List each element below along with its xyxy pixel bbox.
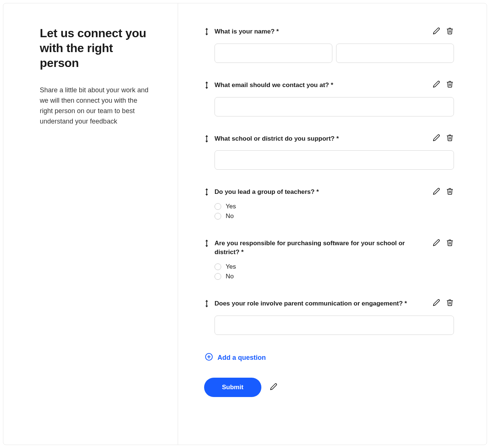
drag-handle[interactable]	[204, 134, 215, 144]
question-block: What email should we contact you at? *	[204, 81, 454, 116]
edit-question-button[interactable]	[432, 299, 441, 307]
delete-question-button[interactable]	[446, 81, 454, 89]
text-input[interactable]	[215, 150, 454, 170]
radio-option[interactable]: Yes	[215, 262, 454, 272]
submit-row: Submit	[204, 378, 454, 397]
question-block: Does your role involve parent communicat…	[204, 299, 454, 335]
question-label: Does your role involve parent communicat…	[215, 299, 427, 308]
add-question-label: Add a question	[217, 354, 266, 362]
text-input-row	[215, 97, 454, 116]
edit-submit-button[interactable]	[270, 383, 278, 391]
radio-label: Yes	[226, 203, 236, 210]
delete-question-button[interactable]	[446, 27, 454, 35]
radio-icon	[215, 213, 221, 220]
question-actions	[432, 134, 454, 143]
drag-vertical-icon	[204, 28, 209, 37]
question-header: What is your name? *	[215, 27, 454, 36]
question-label: What is your name? *	[215, 27, 427, 36]
question-block: Do you lead a group of teachers? *YesNo	[204, 188, 454, 221]
question-actions	[432, 299, 454, 307]
drag-vertical-icon	[204, 81, 209, 90]
pencil-icon	[433, 134, 440, 143]
trash-icon	[446, 299, 454, 307]
question-label: Do you lead a group of teachers? *	[215, 188, 427, 196]
pencil-icon	[433, 27, 440, 36]
radio-label: No	[226, 273, 234, 280]
question-block: What is your name? *	[204, 27, 454, 63]
plus-circle-icon	[205, 353, 213, 363]
radio-icon	[215, 273, 221, 280]
radio-icon	[215, 263, 221, 270]
last-name-input[interactable]	[336, 44, 454, 63]
edit-question-button[interactable]	[432, 81, 441, 89]
pencil-icon	[433, 80, 440, 89]
trash-icon	[446, 27, 454, 36]
pencil-icon	[433, 239, 440, 247]
first-name-input[interactable]	[215, 44, 332, 63]
question-header: Do you lead a group of teachers? *	[215, 188, 454, 196]
question-block: What school or district do you support? …	[204, 134, 454, 170]
submit-button[interactable]: Submit	[204, 378, 261, 397]
question-block: Are you responsible for purchasing softw…	[204, 239, 454, 281]
questions-panel: What is your name? *What email should we…	[178, 3, 487, 445]
radio-group: YesNo	[215, 202, 454, 221]
question-header: Does your role involve parent communicat…	[215, 299, 454, 308]
question-body: Are you responsible for purchasing softw…	[215, 239, 454, 281]
question-actions	[432, 188, 454, 196]
question-label: What school or district do you support? …	[215, 134, 427, 143]
text-input-row	[215, 150, 454, 170]
pencil-icon	[433, 188, 440, 196]
page-description: Share a little bit about your work and w…	[40, 85, 151, 127]
add-question-button[interactable]: Add a question	[205, 353, 266, 363]
question-body: What email should we contact you at? *	[215, 81, 454, 116]
drag-vertical-icon	[204, 188, 209, 197]
question-header: What school or district do you support? …	[215, 134, 454, 143]
radio-label: Yes	[226, 263, 236, 271]
radio-option[interactable]: No	[215, 272, 454, 281]
trash-icon	[446, 239, 454, 247]
text-input[interactable]	[215, 316, 454, 335]
trash-icon	[446, 80, 454, 89]
delete-question-button[interactable]	[446, 299, 454, 307]
delete-question-button[interactable]	[446, 188, 454, 196]
question-header: What email should we contact you at? *	[215, 81, 454, 90]
drag-vertical-icon	[204, 240, 209, 249]
drag-handle[interactable]	[204, 188, 215, 197]
question-label: Are you responsible for purchasing softw…	[215, 239, 427, 257]
question-body: Does your role involve parent communicat…	[215, 299, 454, 335]
drag-vertical-icon	[204, 135, 209, 144]
page-title: Let us connect you with the right person	[40, 26, 151, 70]
drag-vertical-icon	[204, 300, 209, 309]
text-input-row	[215, 316, 454, 335]
radio-icon	[215, 203, 221, 210]
intro-panel: Let us connect you with the right person…	[3, 3, 178, 445]
edit-question-button[interactable]	[432, 134, 441, 143]
drag-handle[interactable]	[204, 81, 215, 90]
drag-handle[interactable]	[204, 239, 215, 249]
edit-question-button[interactable]	[432, 239, 441, 247]
edit-question-button[interactable]	[432, 188, 441, 196]
radio-label: No	[226, 212, 234, 220]
form-builder-card: Let us connect you with the right person…	[3, 3, 487, 445]
question-label: What email should we contact you at? *	[215, 81, 427, 90]
drag-handle[interactable]	[204, 27, 215, 37]
drag-handle[interactable]	[204, 299, 215, 309]
pencil-icon	[270, 383, 277, 391]
edit-question-button[interactable]	[432, 27, 441, 35]
name-input-row	[215, 44, 454, 63]
radio-option[interactable]: Yes	[215, 202, 454, 211]
delete-question-button[interactable]	[446, 134, 454, 143]
delete-question-button[interactable]	[446, 239, 454, 247]
trash-icon	[446, 134, 454, 143]
pencil-icon	[433, 299, 440, 307]
question-body: Do you lead a group of teachers? *YesNo	[215, 188, 454, 221]
trash-icon	[446, 188, 454, 196]
radio-option[interactable]: No	[215, 211, 454, 221]
question-actions	[432, 81, 454, 89]
text-input[interactable]	[215, 97, 454, 116]
question-actions	[432, 239, 454, 247]
question-body: What is your name? *	[215, 27, 454, 63]
question-actions	[432, 27, 454, 35]
radio-group: YesNo	[215, 262, 454, 281]
question-header: Are you responsible for purchasing softw…	[215, 239, 454, 257]
